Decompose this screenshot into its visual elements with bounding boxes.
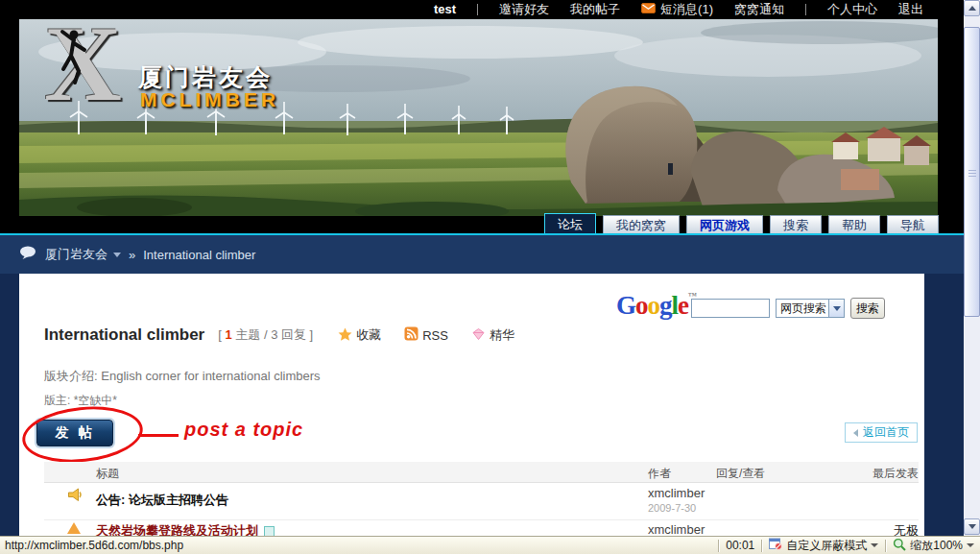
pinned-icon — [67, 522, 81, 534]
header-last-post: 最后发表 — [872, 466, 919, 482]
forum-intro: 版块介绍: English corner for international c… — [44, 368, 321, 385]
username[interactable]: test — [434, 2, 456, 16]
rss-link[interactable]: RSS — [404, 326, 448, 344]
annotation-text: post a topic — [184, 419, 303, 441]
header-replies: 回复/查看 — [716, 466, 765, 482]
main-tab-bar: 论坛 我的窝窝 网页游戏 搜索 帮助 导航 — [0, 213, 964, 234]
chevron-down-icon — [871, 543, 878, 547]
back-home-button[interactable]: 返回首页 — [845, 422, 918, 443]
breadcrumb-root-label: 厦门岩友会 — [45, 246, 108, 263]
menu-messages-label: 短消息(1) — [660, 1, 713, 18]
digest-label: 精华 — [490, 326, 514, 344]
browser-status-bar: http://xmclimber.5d6d.com/bbs.php 00:01 … — [0, 536, 980, 554]
status-right-cluster: 00:01 自定义屏蔽模式 缩放100% — [718, 538, 980, 554]
status-divider — [885, 540, 886, 552]
browser-page: test 邀请好友 我的帖子 短消息(1) 窝窝通知 个人中心 退出 — [0, 0, 980, 554]
last-poster-link[interactable]: 无极 — [894, 522, 919, 536]
menu-invite-friends[interactable]: 邀请好友 — [499, 1, 549, 18]
thread-table-header: 标题 作者 回复/查看 最后发表 — [44, 462, 919, 483]
magnifier-icon — [893, 538, 906, 554]
digest-link[interactable]: 精华 — [471, 326, 514, 344]
tab-web-games[interactable]: 网页游戏 — [686, 215, 763, 234]
status-time: 00:01 — [726, 539, 754, 552]
table-row: 公告: 论坛版主招聘公告 xmclimber 2009-7-30 — [44, 484, 919, 520]
forum-title-row: International climber [ 1 主题 / 3 回复 ] 收藏… — [44, 325, 514, 345]
status-divider — [718, 540, 719, 552]
google-letter: o — [648, 291, 660, 320]
moderator-label: 版主: — [44, 394, 70, 407]
breadcrumb-root-link[interactable]: 厦门岩友会 — [45, 246, 121, 263]
thread-author-link[interactable]: xmclimber — [648, 522, 705, 536]
scroll-up-button[interactable] — [964, 0, 980, 16]
tab-help[interactable]: 帮助 — [828, 215, 880, 234]
speech-bubble-icon — [19, 246, 37, 263]
select-arrow-icon — [828, 300, 844, 317]
status-divider — [761, 540, 762, 552]
header-title: 标题 — [96, 466, 119, 482]
arrow-left-icon — [853, 429, 858, 437]
tab-my-space[interactable]: 我的窝窝 — [603, 215, 680, 234]
search-mode-select[interactable]: 网页搜索 — [776, 299, 845, 318]
scrollbar-grip — [968, 170, 976, 177]
top-menu-bar: test 邀请好友 我的帖子 短消息(1) 窝窝通知 个人中心 退出 — [0, 0, 964, 18]
scrollbar-thumb[interactable] — [964, 27, 980, 317]
intro-text: English corner for international climber… — [101, 369, 320, 383]
gem-icon — [471, 327, 486, 344]
google-letter: g — [659, 291, 672, 320]
rss-label: RSS — [422, 328, 448, 343]
forum-panel: Google™ 网页搜索 搜索 International climber [ … — [19, 274, 924, 536]
breadcrumb-current: International climber — [143, 248, 255, 262]
moderator-value: *空缺中* — [74, 394, 117, 407]
tab-navigation[interactable]: 导航 — [887, 215, 939, 234]
envelope-icon — [641, 2, 656, 16]
search-button[interactable]: 搜索 — [850, 298, 885, 319]
table-row: 天然岩场攀登路线及活动计划 xmclimber 无极 — [44, 520, 919, 536]
zoom-dropdown[interactable]: 缩放100% — [893, 538, 974, 554]
menu-divider — [477, 4, 478, 15]
filter-mode-label: 自定义屏蔽模式 — [786, 538, 867, 554]
chevron-down-icon — [113, 253, 121, 257]
rss-icon — [404, 326, 418, 344]
post-topic-button[interactable]: 发 帖 — [36, 420, 113, 446]
breadcrumb-separator: » — [129, 248, 135, 262]
attachment-icon — [264, 526, 275, 537]
climber-silhouette-icon — [58, 27, 90, 86]
tab-forum[interactable]: 论坛 — [544, 213, 596, 234]
google-letter: o — [635, 291, 648, 320]
intro-label: 版块介绍: — [44, 369, 98, 383]
stats-text: 主题 / 3 回复 ] — [235, 327, 313, 342]
thread-title-link[interactable]: 天然岩场攀登路线及活动计划 — [96, 522, 275, 536]
back-home-label: 返回首页 — [863, 424, 909, 441]
menu-messages[interactable]: 短消息(1) — [641, 1, 713, 18]
thread-title-link[interactable]: 公告: 论坛版主招聘公告 — [96, 492, 228, 509]
menu-notifications[interactable]: 窝窝通知 — [734, 1, 784, 18]
moderator-line: 版主: *空缺中* — [44, 393, 117, 409]
favorite-label: 收藏 — [356, 326, 381, 344]
site-logo[interactable]: X 厦门岩友会 MCLIMBER — [44, 23, 332, 138]
site-name-english: MCLIMBER — [140, 88, 279, 111]
star-icon — [338, 327, 352, 344]
tab-search[interactable]: 搜索 — [770, 215, 822, 234]
thread-title-text: 天然岩场攀登路线及活动计划 — [96, 522, 258, 536]
google-logo[interactable]: Google™ — [616, 291, 697, 321]
search-input[interactable] — [691, 299, 770, 318]
menu-divider — [805, 4, 806, 15]
menu-profile[interactable]: 个人中心 — [827, 1, 877, 18]
search-mode-value: 网页搜索 — [777, 301, 828, 317]
megaphone-icon — [67, 488, 84, 505]
scroll-down-button[interactable] — [964, 518, 980, 535]
status-url: http://xmclimber.5d6d.com/bbs.php — [0, 539, 718, 552]
chevron-down-icon — [967, 543, 974, 547]
filter-mode-icon — [769, 538, 782, 553]
favorite-link[interactable]: 收藏 — [338, 326, 381, 344]
google-letter: G — [616, 291, 635, 320]
stats-bracket: [ — [218, 327, 222, 342]
vertical-scrollbar[interactable] — [964, 0, 980, 536]
header-author: 作者 — [648, 466, 671, 482]
forum-stats: [ 1 主题 / 3 回复 ] — [218, 326, 313, 344]
thread-author-link[interactable]: xmclimber — [648, 486, 705, 500]
menu-logout[interactable]: 退出 — [898, 1, 923, 18]
tab-divider-line — [0, 233, 964, 235]
menu-my-posts[interactable]: 我的帖子 — [570, 1, 620, 18]
filter-mode-dropdown[interactable]: 自定义屏蔽模式 — [769, 538, 878, 554]
